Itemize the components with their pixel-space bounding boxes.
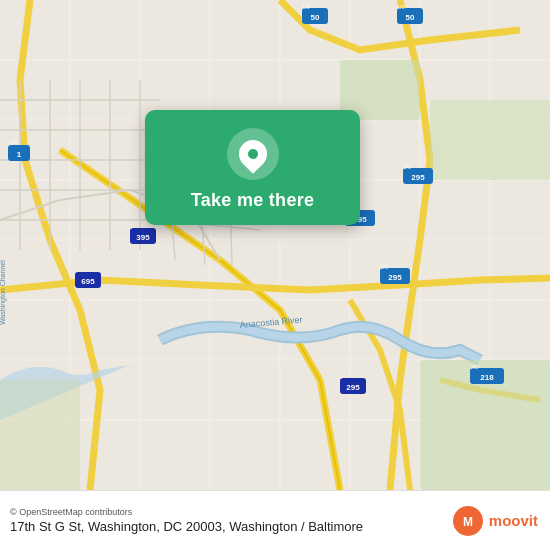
svg-text:50: 50 (406, 13, 415, 22)
map-svg: 1 US 395 I 695 295 DC 295 DC 295 DC 50 U… (0, 0, 550, 490)
openstreetmap-attribution: © OpenStreetMap contributors (10, 507, 363, 517)
location-pin-icon (233, 134, 273, 174)
svg-text:I: I (341, 374, 342, 380)
location-popup: Take me there (145, 110, 360, 225)
moovit-brand-text: moovit (489, 512, 538, 529)
svg-text:695: 695 (81, 277, 95, 286)
info-left: © OpenStreetMap contributors 17th St G S… (10, 507, 363, 534)
svg-text:295: 295 (411, 173, 425, 182)
location-dot (248, 149, 258, 159)
svg-rect-28 (0, 380, 80, 490)
svg-text:295: 295 (388, 273, 402, 282)
svg-text:MD: MD (471, 364, 479, 370)
location-icon-container (227, 128, 279, 180)
svg-text:DC: DC (381, 264, 389, 270)
svg-text:M: M (463, 515, 473, 529)
moovit-icon: M (452, 505, 484, 537)
take-me-there-button[interactable]: Take me there (191, 190, 315, 211)
svg-text:Washington Channel: Washington Channel (0, 260, 7, 325)
svg-text:US: US (9, 139, 17, 145)
svg-text:I: I (131, 224, 132, 230)
svg-text:1: 1 (17, 150, 22, 159)
svg-text:295: 295 (346, 383, 360, 392)
info-bar: © OpenStreetMap contributors 17th St G S… (0, 490, 550, 550)
map-view[interactable]: 1 US 395 I 695 295 DC 295 DC 295 DC 50 U… (0, 0, 550, 490)
moovit-logo: M moovit (452, 505, 538, 537)
address-label: 17th St G St, Washington, DC 20003, Wash… (10, 519, 363, 534)
svg-text:395: 395 (136, 233, 150, 242)
svg-text:50: 50 (311, 13, 320, 22)
svg-rect-26 (430, 100, 550, 180)
svg-text:DC: DC (404, 164, 412, 170)
svg-text:US: US (398, 4, 406, 10)
svg-text:US: US (303, 4, 311, 10)
svg-text:218: 218 (480, 373, 494, 382)
